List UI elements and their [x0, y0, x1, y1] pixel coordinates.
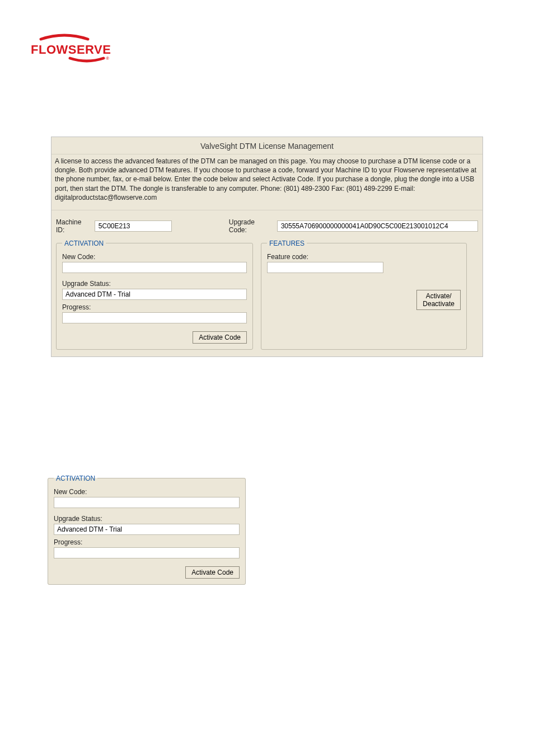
logo-text: FLOWSERVE: [31, 43, 111, 57]
activation-panel: ACTIVATION New Code: Upgrade Status: Adv…: [56, 240, 253, 350]
new-code-label: New Code:: [62, 253, 247, 261]
flowserve-logo: FLOWSERVE ®: [31, 34, 503, 64]
progress-bar-2: [54, 547, 240, 558]
new-code-input[interactable]: [62, 262, 247, 273]
progress-bar: [62, 312, 247, 323]
upgrade-code-label: Upgrade Code:: [229, 218, 274, 234]
features-legend: FEATURES: [267, 240, 307, 247]
activate-code-button-2[interactable]: Activate Code: [185, 566, 240, 579]
activate-deactivate-button[interactable]: Activate/ Deactivate: [416, 290, 461, 310]
activation-legend: ACTIVATION: [62, 240, 106, 247]
upgrade-code-field[interactable]: [277, 220, 478, 232]
dialog-title: ValveSight DTM License Management: [51, 137, 483, 154]
upgrade-status-value: Advanced DTM - Trial: [62, 289, 247, 300]
activate-code-button[interactable]: Activate Code: [193, 331, 247, 344]
id-code-row: Machine ID: Upgrade Code:: [51, 210, 483, 240]
feature-code-label: Feature code:: [267, 253, 461, 261]
progress-label-2: Progress:: [54, 538, 240, 546]
new-code-input-2[interactable]: [54, 497, 240, 508]
machine-id-label: Machine ID:: [56, 218, 91, 234]
feature-code-input[interactable]: [267, 262, 383, 273]
features-panel: FEATURES Feature code: Activate/ Deactiv…: [261, 240, 467, 350]
upgrade-status-value-2: Advanced DTM - Trial: [54, 524, 240, 535]
upgrade-status-label: Upgrade Status:: [62, 280, 247, 288]
activation-panel-standalone: ACTIVATION New Code: Upgrade Status: Adv…: [48, 475, 246, 585]
machine-id-field[interactable]: [95, 220, 172, 232]
upgrade-status-label-2: Upgrade Status:: [54, 515, 240, 523]
progress-label: Progress:: [62, 303, 247, 311]
new-code-label-2: New Code:: [54, 488, 240, 496]
license-management-dialog: ValveSight DTM License Management A lice…: [51, 137, 483, 357]
svg-text:®: ®: [106, 56, 109, 61]
dialog-description: A license to access the advanced feature…: [51, 154, 483, 210]
activation-legend-2: ACTIVATION: [54, 475, 97, 482]
